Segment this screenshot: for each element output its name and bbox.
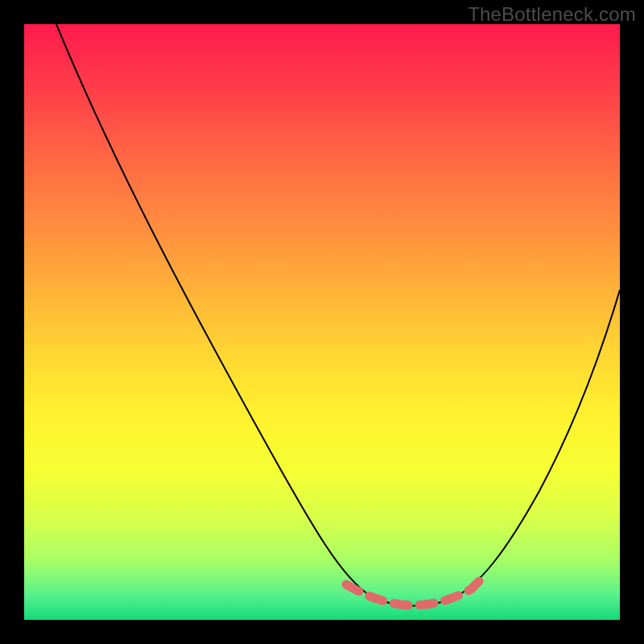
plot-area	[24, 24, 620, 620]
optimal-range-dash	[346, 581, 479, 605]
bottleneck-curve	[56, 24, 620, 606]
chart-frame: TheBottleneck.com	[0, 0, 644, 644]
watermark-text: TheBottleneck.com	[468, 3, 636, 26]
chart-svg	[24, 24, 620, 620]
